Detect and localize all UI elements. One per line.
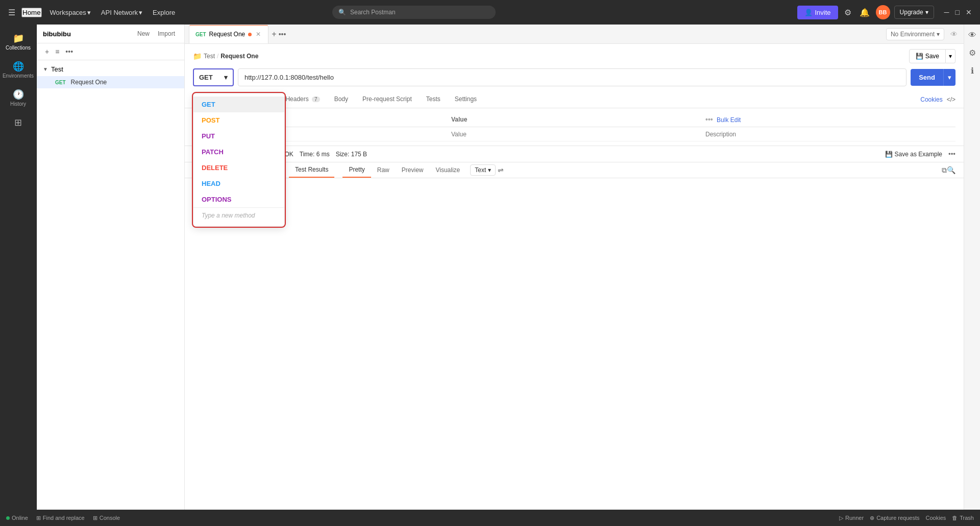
main-area: 📁 Collections 🌐 Environments 🕐 History ⊞… (0, 25, 980, 510)
topbar: ☰ Home Workspaces ▾ API Network ▾ Explor… (0, 0, 980, 25)
params-table: Key Value ••• Bulk Edit (193, 112, 955, 141)
topbar-right: 👤 Invite ⚙ 🔔 BB Upgrade ▾ ─ □ ✕ (797, 5, 974, 19)
dropdown-item-put[interactable]: PUT (193, 128, 284, 144)
dropdown-item-patch[interactable]: PATCH (193, 144, 284, 160)
sidebar-item-history[interactable]: 🕐 History (2, 85, 35, 111)
wrap-button[interactable]: ⇌ (498, 166, 504, 174)
value-input[interactable] (451, 131, 697, 138)
url-input[interactable] (238, 68, 906, 86)
cookies-link[interactable]: Cookies (920, 96, 942, 103)
right-panel-button-3[interactable]: ℹ (969, 64, 976, 78)
request-tabs: Params Authorization Headers 7 Body Pre-… (185, 91, 964, 108)
left-sidebar: 📁 Collections 🌐 Environments 🕐 History ⊞ (0, 25, 37, 510)
tab-more-button[interactable]: ••• (279, 30, 286, 38)
search-bar[interactable]: 🔍 Search Postman (332, 6, 496, 19)
dropdown-new-method-placeholder: Type a new method (193, 207, 284, 223)
explore-nav-button[interactable]: Explore (149, 7, 179, 18)
tab-request-one[interactable]: GET Request One ✕ (189, 25, 268, 43)
save-example-button[interactable]: 💾 Save as Example (885, 151, 942, 158)
dropdown-item-post[interactable]: POST (193, 112, 284, 128)
add-collection-icon[interactable]: + (43, 46, 51, 57)
resp-tab-preview[interactable]: Preview (396, 163, 430, 177)
collection-test[interactable]: ▼ Test (37, 62, 184, 76)
new-button[interactable]: New (134, 29, 153, 39)
right-panel-button-1[interactable]: 👁 (966, 29, 978, 42)
trash-button[interactable]: 🗑 Trash (952, 515, 974, 521)
dropdown-item-delete[interactable]: DELETE (193, 160, 284, 176)
avatar[interactable]: BB (876, 5, 890, 19)
settings-icon[interactable]: ⚙ (842, 6, 853, 19)
search-response-button[interactable]: 🔍 (947, 166, 955, 174)
sidebar-item-environments[interactable]: 🌐 Environments (2, 57, 35, 83)
runner-button[interactable]: ▷ Runner (839, 515, 864, 521)
grid-icon: ⊞ (14, 117, 22, 128)
bulk-edit-button[interactable]: Bulk Edit (717, 116, 741, 124)
save-button[interactable]: 💾 Save (909, 49, 946, 63)
text-format-dropdown[interactable]: Text ▾ (470, 164, 496, 176)
value-column-header: Value (447, 112, 701, 127)
console-button[interactable]: ⊞ Console (93, 515, 120, 521)
send-wrap: Send ▾ (911, 69, 955, 86)
capture-icon: ⊕ (870, 515, 874, 521)
workspaces-nav-button[interactable]: Workspaces ▾ (46, 7, 95, 18)
collection-icon: 📁 (193, 52, 202, 60)
tab-pre-request[interactable]: Pre-request Script (355, 91, 419, 108)
method-badge: GET (53, 79, 68, 86)
copy-button[interactable]: ⧉ (942, 166, 947, 175)
upgrade-button[interactable]: Upgrade ▾ (894, 6, 934, 19)
description-column-header: ••• Bulk Edit (701, 112, 955, 127)
resp-tab-visualize[interactable]: Visualize (429, 163, 466, 177)
save-dropdown-button[interactable]: ▾ (946, 49, 955, 63)
find-replace-button[interactable]: ⊞ Find and replace (36, 515, 85, 521)
description-input[interactable] (705, 131, 951, 138)
tab-tests[interactable]: Tests (419, 91, 448, 108)
request-item-request-one[interactable]: GET Request One (37, 76, 184, 88)
minimize-button[interactable]: ─ (942, 7, 951, 17)
left-panel: bibubibu New Import + ≡ ••• ▼ Test GET R… (37, 25, 185, 510)
send-caret-button[interactable]: ▾ (943, 69, 955, 86)
eye-icon[interactable]: 👁 (948, 28, 960, 40)
import-button[interactable]: Import (155, 29, 178, 39)
menu-icon[interactable]: ☰ (6, 6, 17, 19)
right-sidebar: 👁 ⚙ ℹ (964, 25, 980, 510)
api-network-nav-button[interactable]: API Network ▾ (97, 7, 146, 18)
response-more-button[interactable]: ••• (948, 150, 955, 158)
runner-icon: ▷ (839, 515, 843, 521)
resp-tab-test-results[interactable]: Test Results (289, 162, 334, 178)
new-import-controls: New Import (134, 29, 178, 39)
send-button[interactable]: Send (911, 69, 943, 86)
env-selector[interactable]: No Environment ▾ (886, 28, 944, 40)
home-nav-button[interactable]: Home (21, 8, 42, 17)
right-panel-button-2[interactable]: ⚙ (967, 46, 978, 60)
tab-settings[interactable]: Settings (448, 91, 484, 108)
online-status: Online (6, 515, 28, 521)
find-replace-icon: ⊞ (36, 515, 41, 521)
code-button[interactable]: </> (947, 96, 955, 103)
resp-tab-pretty[interactable]: Pretty (342, 162, 371, 178)
sidebar-item-extra[interactable]: ⊞ (2, 113, 35, 132)
request-area: 📁 Test / Request One 💾 Save ▾ GET (185, 44, 964, 91)
tab-close-button[interactable]: ✕ (255, 31, 262, 38)
tab-add-button[interactable]: + (272, 30, 276, 39)
tab-method-label: GET (195, 32, 206, 37)
capture-requests-button[interactable]: ⊕ Capture requests (870, 515, 919, 521)
sidebar-item-collections[interactable]: 📁 Collections (2, 29, 35, 55)
url-bar: GET ▾ Send ▾ GET POST PUT PATCH DELETE H… (193, 68, 955, 86)
dropdown-item-options[interactable]: OPTIONS (193, 192, 284, 207)
sort-icon[interactable]: ≡ (53, 46, 61, 57)
tab-headers[interactable]: Headers 7 (278, 91, 327, 108)
workspace-name: bibubibu (43, 30, 132, 38)
close-button[interactable]: ✕ (964, 7, 974, 17)
console-icon: ⊞ (93, 515, 97, 521)
bell-icon[interactable]: 🔔 (857, 6, 872, 19)
maximize-button[interactable]: □ (953, 7, 962, 17)
cookies-bottom-button[interactable]: Cookies (926, 515, 946, 521)
dropdown-item-head[interactable]: HEAD (193, 176, 284, 192)
invite-button[interactable]: 👤 Invite (797, 6, 838, 19)
save-area: 💾 Save ▾ (909, 49, 955, 63)
resp-tab-raw[interactable]: Raw (371, 163, 396, 177)
method-selector[interactable]: GET ▾ (193, 68, 234, 86)
dropdown-item-get[interactable]: GET (193, 97, 284, 112)
more-options-icon[interactable]: ••• (63, 46, 75, 57)
tab-body[interactable]: Body (327, 91, 355, 108)
